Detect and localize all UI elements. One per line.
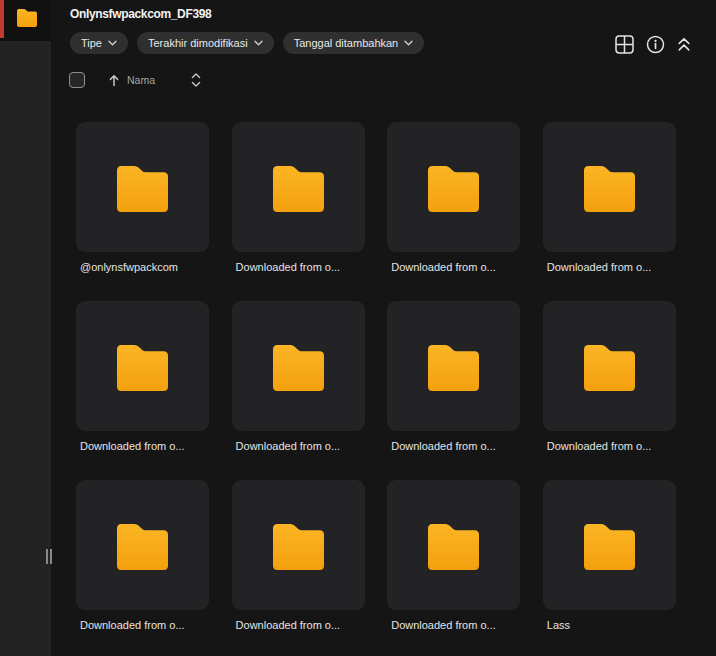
folder-icon [117,166,168,212]
page-title: Onlynsfwpackcom_DF398 [70,7,211,21]
folder-icon [117,345,168,391]
filter-chip-date-added[interactable]: Tanggal ditambahkan [283,32,425,54]
folder-icon [428,345,479,391]
folder-icon [17,9,37,31]
folder-icon [273,345,324,391]
folder-icon [584,345,635,391]
unfold-sort-icon[interactable] [191,72,201,88]
folder-card [387,301,520,431]
folder-item[interactable]: Downloaded from o... [232,122,365,301]
folder-item[interactable]: Downloaded from o... [543,301,676,480]
folder-label: Downloaded from o... [76,439,209,454]
select-all-checkbox[interactable] [69,72,85,88]
folder-icon [117,524,168,570]
filter-chip-type[interactable]: Tipe [70,32,128,54]
folder-card [387,122,520,252]
toolbar [615,33,691,55]
folder-item[interactable]: Downloaded from o... [543,122,676,301]
chip-label: Tanggal ditambahkan [294,37,399,49]
folder-label: Downloaded from o... [543,260,676,275]
sidebar-resize-handle[interactable] [46,549,53,564]
folder-label: Downloaded from o... [76,618,209,633]
folder-icon [273,166,324,212]
folder-icon [428,166,479,212]
folder-card [76,122,209,252]
folder-icon [584,166,635,212]
folder-card [76,301,209,431]
folder-card [543,122,676,252]
chevron-down-icon [254,40,263,46]
folder-item[interactable]: Lass [543,480,676,656]
folder-icon [428,524,479,570]
folder-card [543,301,676,431]
folder-item[interactable]: @onlynsfwpackcom [76,122,209,301]
collapse-all-icon[interactable] [677,36,691,52]
folder-icon [584,524,635,570]
folder-label: Lass [543,618,676,633]
folder-grid: @onlynsfwpackcom Downloaded from o... Do… [76,122,676,656]
chip-label: Terakhir dimodifikasi [148,37,248,49]
folder-card [232,480,365,610]
sidebar-item-current-folder[interactable] [0,0,51,41]
folder-item[interactable]: Downloaded from o... [232,480,365,656]
folder-card [543,480,676,610]
folder-label: Downloaded from o... [387,260,520,275]
chip-label: Tipe [81,37,102,49]
folder-icon [273,524,324,570]
chevron-down-icon [108,40,117,46]
folder-item[interactable]: Downloaded from o... [76,301,209,480]
active-item-accent-bar [0,0,4,38]
folder-label: Downloaded from o... [543,439,676,454]
info-icon[interactable] [646,35,665,54]
chevron-down-icon [404,40,413,46]
folder-card [76,480,209,610]
sort-bar: Nama [69,72,201,88]
folder-card [232,301,365,431]
folder-item[interactable]: Downloaded from o... [232,301,365,480]
folder-label: Downloaded from o... [232,260,365,275]
folder-label: Downloaded from o... [232,439,365,454]
folder-label: Downloaded from o... [232,618,365,633]
folder-item[interactable]: Downloaded from o... [76,480,209,656]
folder-label: Downloaded from o... [387,439,520,454]
sidebar [0,0,51,656]
folder-item[interactable]: Downloaded from o... [387,122,520,301]
sort-column-name[interactable]: Nama [127,74,155,86]
folder-label: @onlynsfwpackcom [76,260,209,275]
sort-ascending-arrow-icon [108,74,120,87]
folder-card [387,480,520,610]
folder-card [232,122,365,252]
filter-chip-last-modified[interactable]: Terakhir dimodifikasi [137,32,274,54]
folder-item[interactable]: Downloaded from o... [387,301,520,480]
main-panel: Onlynsfwpackcom_DF398 Tipe Terakhir dimo… [51,0,716,656]
folder-label: Downloaded from o... [387,618,520,633]
grid-view-icon[interactable] [615,35,634,54]
folder-item[interactable]: Downloaded from o... [387,480,520,656]
filter-chip-row: Tipe Terakhir dimodifikasi Tanggal ditam… [70,32,424,54]
